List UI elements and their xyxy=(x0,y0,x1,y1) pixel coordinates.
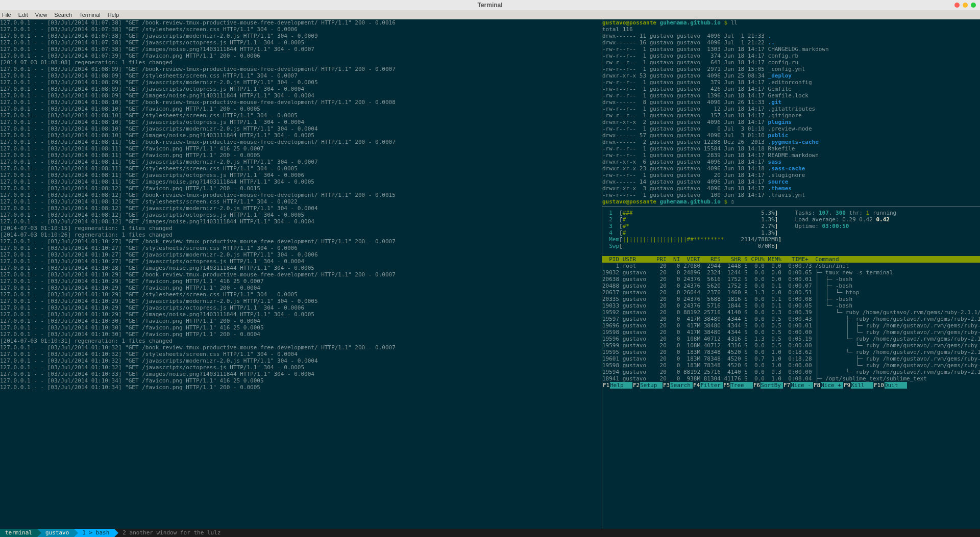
status-window-active[interactable]: 1 > bash xyxy=(74,529,114,537)
tmux-statusbar: terminal gustavo 1 > bash 2 another wind… xyxy=(0,529,980,537)
fkey-f2[interactable]: F2 xyxy=(632,382,640,389)
menu-terminal[interactable]: Terminal xyxy=(79,12,101,18)
htop-pane[interactable]: 1 [### 5.3%] Tasks: 107, 300 thr; 1 runn… xyxy=(602,207,980,529)
traffic-lights xyxy=(954,3,976,8)
window-title: Terminal xyxy=(477,2,502,9)
fkey-f7[interactable]: F7 xyxy=(783,382,791,389)
menu-edit[interactable]: Edit xyxy=(18,12,28,18)
close-icon[interactable] xyxy=(954,3,960,8)
menu-search[interactable]: Search xyxy=(54,12,72,18)
fkey-f9[interactable]: F9 xyxy=(843,382,851,389)
fkey-f10[interactable]: F10 xyxy=(873,382,885,389)
menubar: FileEditViewSearchTerminalHelp xyxy=(0,10,980,19)
fkey-f5[interactable]: F5 xyxy=(723,382,730,389)
shell-pane[interactable]: gustavo@possante guhemama.github.io $ ll… xyxy=(602,19,980,207)
status-session[interactable]: terminal xyxy=(0,529,37,537)
log-pane[interactable]: 127.0.0.1 - - [03/Jul/2014 01:07:38] "GE… xyxy=(0,19,602,529)
maximize-icon[interactable] xyxy=(971,3,976,8)
fkey-f8[interactable]: F8 xyxy=(813,382,821,389)
status-window-inactive[interactable]: 2 another window for the lulz xyxy=(114,529,220,537)
menu-view[interactable]: View xyxy=(35,12,47,18)
window-titlebar: Terminal xyxy=(0,0,980,10)
fkey-f1[interactable]: F1 xyxy=(602,382,610,389)
minimize-icon[interactable] xyxy=(963,3,968,8)
tmux-workspace: 127.0.0.1 - - [03/Jul/2014 01:07:38] "GE… xyxy=(0,19,980,529)
status-user[interactable]: gustavo xyxy=(37,529,74,537)
htop-function-keys: F1Help F2Setup F3SearchF4FilterF5Tree F6… xyxy=(602,382,980,389)
menu-file[interactable]: File xyxy=(2,12,11,18)
menu-help[interactable]: Help xyxy=(108,12,119,18)
fkey-f4[interactable]: F4 xyxy=(693,382,700,389)
fkey-f3[interactable]: F3 xyxy=(663,382,670,389)
fkey-f6[interactable]: F6 xyxy=(753,382,761,389)
